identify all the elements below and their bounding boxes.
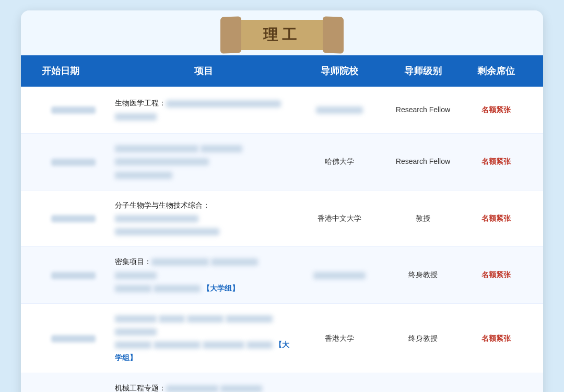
cell-date <box>37 205 110 232</box>
date-blur <box>51 106 96 114</box>
project-blur-4 <box>115 285 151 292</box>
date-blur <box>51 335 96 342</box>
date-blur <box>51 272 96 279</box>
cell-project: 密集项目： 【大学组】 <box>110 247 298 303</box>
project-blur-4 <box>115 172 172 179</box>
table-row: 哈佛大学 Research Fellow 名额紧张 <box>21 134 543 191</box>
project-blur-2 <box>220 385 262 392</box>
cell-date <box>37 148 110 175</box>
university-blur <box>316 106 363 114</box>
cell-rank: 教授 <box>381 205 465 232</box>
project-blur-8 <box>203 341 244 349</box>
col-header-project: 项目 <box>110 55 298 87</box>
cell-rank: Associate Research Scholar <box>381 382 465 392</box>
cell-university <box>298 261 381 289</box>
project-blur <box>115 315 157 323</box>
title-banner: 理工 <box>21 10 543 55</box>
cell-project: 【大学组】 <box>110 304 298 373</box>
cell-seats: 名额紧张 <box>465 325 527 352</box>
cell-project <box>110 134 298 190</box>
project-blur-3 <box>187 315 224 323</box>
project-title: 生物医学工程： <box>115 97 292 123</box>
project-blur-2 <box>159 315 185 323</box>
cell-rank: 终身教授 <box>381 261 465 289</box>
col-header-rank: 导师级别 <box>381 55 465 87</box>
cell-university <box>298 96 381 124</box>
table-row: 生物医学工程： Research Fellow 名额紧张 <box>21 87 543 134</box>
cell-project: 分子生物学与生物技术综合： <box>110 191 298 247</box>
cell-seats: 名额紧张 <box>465 261 527 289</box>
project-blur <box>151 258 209 266</box>
table-row: 密集项目： 【大学组】 终身教授 名额紧张 <box>21 247 543 304</box>
project-tag: 【大学组】 <box>203 284 239 292</box>
university-blur <box>313 272 366 279</box>
project-blur-2 <box>211 258 258 266</box>
cell-university: 香港大学 <box>298 325 381 352</box>
table-body: 生物医学工程： Research Fellow 名额紧张 <box>21 87 543 392</box>
project-title: 机械工程专题： <box>115 382 292 392</box>
project-title: 分子生物学与生物技术综合： <box>115 199 292 239</box>
cell-seats: 名额紧张 <box>465 96 527 124</box>
project-blur <box>115 215 198 222</box>
table-row: 分子生物学与生物技术综合： 香港中文大学 教授 名额紧张 <box>21 191 543 247</box>
cell-project: 机械工程专题： <box>110 373 298 392</box>
cell-rank: Research Fellow <box>381 96 465 124</box>
cell-date <box>37 325 110 352</box>
project-blur-9 <box>246 341 273 349</box>
project-title: 【大学组】 <box>115 312 292 365</box>
table-header: 开始日期 项目 导师院校 导师级别 剩余席位 <box>21 55 543 87</box>
project-blur-2 <box>115 113 157 121</box>
col-header-university: 导师院校 <box>298 55 381 87</box>
project-blur <box>115 145 198 152</box>
cell-seats: 名额紧张 <box>465 205 527 232</box>
table-row: 机械工程专题： 普林斯顿大学 Associate Research Schola… <box>21 373 543 392</box>
cell-seats: 名额紧张 <box>465 388 527 392</box>
project-blur-5 <box>154 285 201 292</box>
project-title: 密集项目： 【大学组】 <box>115 255 292 295</box>
project-blur-4 <box>226 315 273 323</box>
page-title: 理工 <box>263 27 301 43</box>
cell-university: 普林斯顿大学 <box>298 388 381 392</box>
project-blur-3 <box>115 272 157 279</box>
cell-seats: 名额紧张 <box>465 148 527 175</box>
project-blur-5 <box>115 328 157 336</box>
title-scroll: 理工 <box>230 20 334 50</box>
cell-date <box>37 261 110 289</box>
project-blur <box>166 100 281 108</box>
col-header-date: 开始日期 <box>37 55 110 87</box>
cell-university: 香港中文大学 <box>298 205 381 232</box>
col-header-seats: 剩余席位 <box>465 55 527 87</box>
main-container: 理工 开始日期 项目 导师院校 导师级别 剩余席位 生物医学工程： <box>21 10 543 392</box>
cell-rank: 终身教授 <box>381 325 465 352</box>
cell-project: 生物医学工程： <box>110 88 298 131</box>
project-blur-3 <box>115 158 209 165</box>
project-blur-2 <box>115 228 219 235</box>
table-row: 【大学组】 香港大学 终身教授 名额紧张 <box>21 304 543 374</box>
project-blur <box>166 385 218 392</box>
project-blur-7 <box>154 341 201 349</box>
project-title <box>115 142 292 182</box>
cell-university: 哈佛大学 <box>298 148 381 175</box>
project-blur-6 <box>115 341 151 349</box>
cell-date <box>37 96 110 124</box>
project-blur-2 <box>201 145 242 152</box>
date-blur <box>51 159 96 166</box>
date-blur <box>51 215 96 222</box>
cell-date <box>37 388 110 392</box>
cell-rank: Research Fellow <box>381 148 465 175</box>
